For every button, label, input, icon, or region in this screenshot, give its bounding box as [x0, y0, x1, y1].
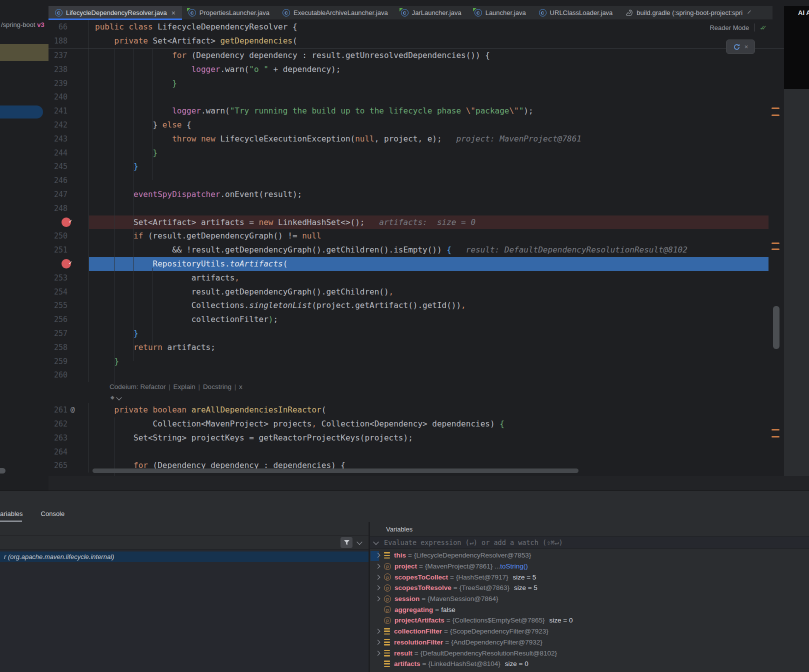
codeium-action[interactable]: Refactor — [140, 383, 166, 390]
gutter — [48, 257, 89, 271]
filter-chevron-icon[interactable] — [356, 539, 362, 544]
variable-row[interactable]: pscopesToCollect={HashSet@7917}size = 5 — [370, 572, 809, 582]
equals-sign: = — [443, 638, 451, 646]
ai-assistant-tab[interactable]: AI A — [798, 9, 809, 16]
variable-value: {TreeSet@7863} — [460, 584, 510, 592]
code-text — [89, 445, 768, 459]
code-text: } — [89, 354, 768, 368]
code-text: Collection<MavenProject> projects, Colle… — [89, 417, 768, 431]
double-check-icon[interactable]: ✓✓ — [760, 24, 767, 32]
editor-tab[interactable]: CLifecycleDependencyResolver.java× — [48, 6, 182, 20]
tostring-link[interactable]: toString() — [500, 562, 528, 570]
expand-chevron-icon[interactable] — [376, 640, 380, 644]
variable-row[interactable]: paggregating=false — [370, 604, 809, 615]
parameter-icon: p — [384, 574, 391, 580]
project-row-selected — [0, 106, 43, 118]
stack-frame-selected[interactable]: r (org.apache.maven.lifecycle.internal) — [0, 552, 368, 562]
parameter-icon: p — [384, 584, 391, 592]
breakpoint-icon[interactable] — [62, 259, 71, 268]
line-number: 237 — [54, 49, 68, 63]
line-number: 255 — [54, 299, 68, 313]
gutter: 257 — [48, 326, 89, 340]
code-text: Set<String> projectKeys = getReactorProj… — [89, 431, 768, 445]
editor-tab[interactable]: CPropertiesLauncher.java — [182, 6, 276, 20]
error-stripe-mark[interactable] — [772, 114, 780, 116]
expand-chevron-icon[interactable] — [376, 574, 380, 580]
codeium-action[interactable]: Docstring — [203, 383, 232, 390]
tab-threads-variables[interactable]: ariables — [0, 506, 29, 521]
variable-value: {Collections$EmptySet@7865} — [452, 616, 545, 624]
variable-row[interactable]: result={DefaultDependencyResolutionResul… — [370, 648, 809, 658]
code-text: artifacts, — [89, 271, 768, 285]
expand-chevron-icon[interactable] — [376, 564, 380, 569]
variables-pane: Variables Evaluate expression (↵) or add… — [370, 522, 809, 672]
gutter: 247 — [48, 188, 89, 202]
close-icon[interactable]: × — [744, 43, 748, 50]
variable-row[interactable]: pproject={MavenProject@7861} ... toStrin… — [370, 561, 809, 572]
variable-row[interactable]: collectionFilter={ScopeDependencyFilter@… — [370, 626, 809, 637]
evaluate-expression-input[interactable]: Evaluate expression (↵) or add a watch (… — [370, 536, 809, 549]
tab-console[interactable]: Console — [35, 506, 71, 521]
line-number: 258 — [54, 341, 68, 355]
expand-chevron-icon[interactable] — [376, 629, 380, 634]
gutter: 260 — [48, 368, 89, 382]
variable-row[interactable]: artifacts={LinkedHashSet@8104}size = 0 — [370, 658, 809, 670]
evaluate-chevron-icon[interactable] — [373, 539, 378, 544]
error-stripe-mark[interactable] — [772, 429, 780, 430]
codeium-dismiss[interactable]: x — [239, 383, 242, 390]
frames-list: r (org.apache.maven.lifecycle.internal) — [0, 550, 368, 672]
class-icon: C — [55, 9, 62, 16]
horizontal-scrollbar[interactable] — [92, 468, 578, 473]
gutter: 242 — [48, 118, 89, 132]
code-text: if (result.getDependencyGraph() != null — [89, 229, 768, 243]
error-stripe-mark[interactable] — [772, 248, 780, 250]
line-number: 254 — [54, 286, 68, 300]
variable-value: {LifecycleDependencyResolver@7853} — [414, 552, 531, 559]
editor-tab[interactable]: CJarLauncher.java — [394, 6, 468, 20]
code-text: return artifacts; — [89, 340, 768, 354]
code-text: eventSpyDispatcher.onEvent(result); — [89, 188, 768, 202]
filter-button[interactable] — [340, 537, 352, 548]
editor-tab[interactable]: build.gradle (:spring-boot-project:spri — [619, 6, 749, 20]
breakpoint-icon[interactable] — [62, 218, 71, 227]
code-text — [89, 368, 768, 382]
parameter-icon: p — [384, 617, 391, 624]
code-text: for (Dependency dependency : result.getU… — [89, 48, 768, 62]
variable-row[interactable]: psession={MavenSession@7864} — [370, 594, 809, 604]
runnable-class-icon: C — [188, 9, 196, 16]
code-line: 256 collectionFilter); — [48, 312, 768, 326]
ai-refresh-icon[interactable] — [733, 44, 740, 50]
variable-row[interactable]: resolutionFilter={AndDependencyFilter@79… — [370, 637, 809, 648]
code-text: public class LifecycleDependencyResolver… — [89, 20, 768, 34]
gutter — [48, 216, 89, 230]
codeium-action[interactable]: Explain — [174, 383, 196, 390]
annotation-gutter-icon[interactable]: @ — [70, 403, 74, 417]
variables-header: Variables — [370, 522, 809, 536]
editor-tab[interactable]: CURLClassLoader.java — [532, 6, 620, 20]
error-stripe-mark[interactable] — [772, 242, 780, 244]
tab-close-icon[interactable]: × — [172, 10, 176, 16]
error-stripe-mark[interactable] — [772, 108, 780, 109]
project-version-badge: v3 — [37, 21, 44, 28]
variable-size: size = 0 — [505, 660, 528, 668]
variable-value: {MavenSession@7864} — [428, 595, 498, 602]
ai-logo-icon[interactable]: ◆ — [110, 392, 114, 403]
expand-chevron-icon[interactable] — [376, 650, 380, 656]
line-number: 251 — [54, 244, 68, 258]
editor-tab[interactable]: CExecutableArchiveLauncher.java — [276, 6, 394, 20]
equals-sign: = — [417, 562, 425, 570]
vertical-scrollbar[interactable] — [773, 306, 780, 349]
ai-assistant-rail: AI A — [784, 6, 809, 89]
expand-chevron-icon[interactable] — [376, 596, 380, 602]
gutter: 66 — [48, 20, 89, 34]
error-stripe-mark[interactable] — [772, 436, 780, 438]
debugger-inline-hint: artifacts: size = 0 — [364, 218, 476, 227]
splitter[interactable] — [48, 476, 809, 490]
editor-tab[interactable]: CLauncher.java — [468, 6, 532, 20]
variable-row[interactable]: pscopesToResolve={TreeSet@7863}size = 5 — [370, 582, 809, 594]
expand-chevron-icon[interactable] — [376, 586, 380, 590]
chevron-down-icon[interactable] — [116, 394, 122, 400]
variable-row[interactable]: pprojectArtifacts={Collections$EmptySet@… — [370, 615, 809, 626]
variable-row[interactable]: this={LifecycleDependencyResolver@7853} — [370, 550, 809, 561]
line-number: 66 — [58, 20, 68, 34]
